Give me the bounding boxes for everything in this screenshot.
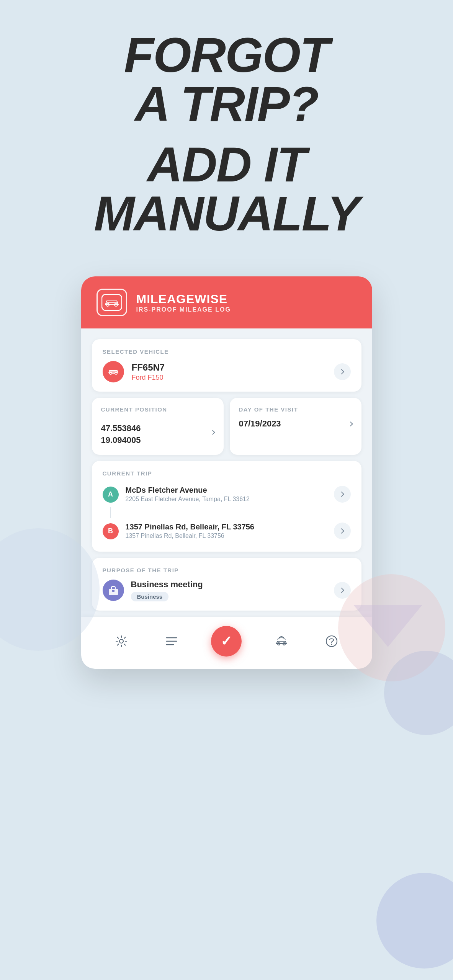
trip-a-name: McDs Fletcher Avenue (126, 486, 327, 495)
trip-b-chevron-button[interactable] (334, 523, 351, 539)
app-title-group: MILEAGEWISE IRS-PROOF MILEAGE LOG (136, 292, 231, 313)
vehicle-row: FF65N7 Ford F150 (103, 361, 351, 382)
position-value: 47.553846 19.094005 (101, 423, 141, 446)
app-title: MILEAGEWISE (136, 292, 231, 306)
trip-card: CURRENT TRIP A McDs Fletcher Avenue 2205… (92, 461, 361, 552)
date-value: 07/19/2023 (239, 419, 281, 429)
vehicle-icon (103, 361, 124, 382)
app-body: SELECTED VEHICLE FF65N7 Ford F150 (81, 328, 372, 611)
headline-section: FORGOT A TRIP? ADD IT MANUALLY (0, 0, 453, 238)
trip-b-name: 1357 Pinellas Rd, Belleair, FL 33756 (126, 523, 327, 531)
trip-a-info: McDs Fletcher Avenue 2205 East Fletcher … (126, 486, 327, 503)
app-subtitle: IRS-PROOF MILEAGE LOG (136, 306, 231, 313)
headline-line1: FORGOT A TRIP? (0, 31, 453, 129)
purpose-row: Business meeting Business (103, 580, 351, 601)
position-date-row: CURRENT POSITION 47.553846 19.094005 DAY… (92, 398, 361, 455)
position-row: 47.553846 19.094005 (101, 419, 214, 446)
vehicle-chevron-button[interactable] (334, 363, 351, 380)
confirm-nav-button[interactable]: ✓ (211, 626, 242, 657)
trip-b-address: 1357 Pinellas Rd, Belleair, FL 33756 (126, 532, 327, 539)
svg-point-3 (110, 372, 112, 374)
trip-point-b: B 1357 Pinellas Rd, Belleair, FL 33756 1… (103, 519, 351, 542)
chevron-right-icon (339, 588, 344, 593)
trip-point-a: A McDs Fletcher Avenue 2205 East Fletche… (103, 483, 351, 506)
date-card: DAY OF THE VISIT 07/19/2023 (230, 398, 361, 455)
vehicle-label: SELECTED VEHICLE (103, 348, 351, 355)
car-tracking-nav-button[interactable] (271, 630, 292, 652)
svg-rect-6 (112, 590, 114, 592)
list-nav-button[interactable] (161, 630, 182, 652)
point-a-badge: A (103, 487, 119, 503)
svg-point-7 (119, 639, 123, 643)
vehicle-info: FF65N7 Ford F150 (132, 362, 326, 382)
purpose-info: Business meeting Business (131, 580, 327, 601)
purpose-icon (103, 580, 124, 601)
chevron-right-icon (339, 492, 344, 497)
bottom-nav: ✓ (81, 617, 372, 669)
trip-b-info: 1357 Pinellas Rd, Belleair, FL 33756 135… (126, 523, 327, 539)
date-row: 07/19/2023 (239, 419, 352, 429)
trip-divider (110, 507, 111, 518)
chevron-right-icon (339, 369, 344, 374)
checkmark-icon: ✓ (221, 633, 232, 649)
svg-rect-5 (109, 589, 118, 595)
svg-point-15 (326, 636, 337, 647)
purpose-label: PURPOSE OF THE TRIP (103, 567, 351, 573)
chevron-right-icon (339, 528, 344, 534)
app-logo (96, 289, 127, 316)
vehicle-name: FF65N7 (132, 362, 326, 373)
point-b-badge: B (103, 523, 119, 539)
svg-point-16 (331, 644, 332, 645)
position-card: CURRENT POSITION 47.553846 19.094005 (92, 398, 224, 455)
position-label: CURRENT POSITION (101, 406, 214, 413)
purpose-badge: Business (131, 592, 169, 601)
date-chevron-icon (348, 421, 353, 426)
purpose-card: PURPOSE OF THE TRIP Business meeting Bus… (92, 558, 361, 611)
vehicle-model: Ford F150 (132, 374, 326, 382)
purpose-name: Business meeting (131, 580, 327, 590)
settings-nav-button[interactable] (111, 630, 132, 652)
position-chevron-icon (210, 430, 215, 435)
trip-a-chevron-button[interactable] (334, 486, 351, 503)
svg-point-4 (115, 372, 117, 374)
app-container: MILEAGEWISE IRS-PROOF MILEAGE LOG SELECT… (81, 276, 372, 669)
date-label: DAY OF THE VISIT (239, 406, 352, 413)
trip-a-address: 2205 East Fletcher Avenue, Tampa, FL 336… (126, 496, 327, 503)
app-header: MILEAGEWISE IRS-PROOF MILEAGE LOG (81, 276, 372, 328)
headline-line2: ADD IT MANUALLY (0, 140, 453, 238)
trip-label: CURRENT TRIP (103, 470, 351, 477)
vehicle-card: SELECTED VEHICLE FF65N7 Ford F150 (92, 339, 361, 392)
